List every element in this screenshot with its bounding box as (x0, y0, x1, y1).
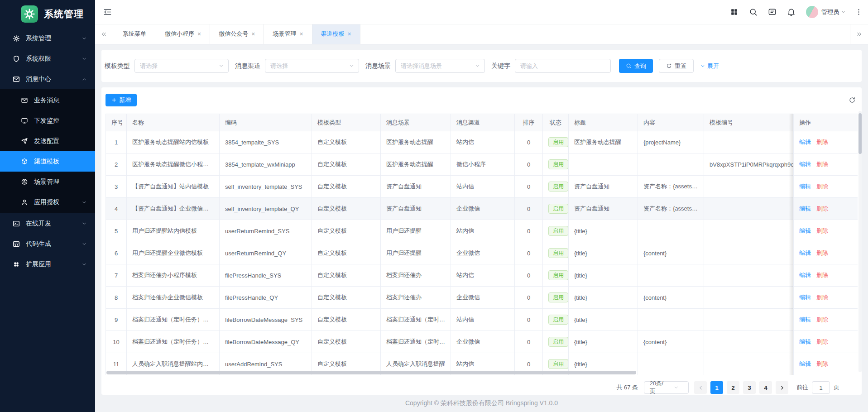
delete-link[interactable]: 删除 (816, 316, 828, 323)
delete-link[interactable]: 删除 (816, 338, 828, 345)
sidebar: 系统管理 系统管理系统权限消息中心业务消息下发监控发送配置渠道模板场景管理应用授… (0, 0, 95, 412)
cell-status: 启用 (543, 264, 569, 287)
tabs-scroll-left[interactable] (95, 24, 113, 44)
cell-title: {title} (569, 331, 638, 353)
bell-icon[interactable] (787, 8, 796, 16)
tab-close-icon[interactable]: × (299, 31, 303, 37)
cell-template_no (704, 309, 794, 331)
delete-link[interactable]: 删除 (816, 360, 828, 367)
cell-name: 【资产自盘通知】企业微信模板 (127, 198, 220, 220)
edit-link[interactable]: 编辑 (799, 316, 811, 323)
table-row[interactable]: 2医护服务动态提醒微信小程序模板3854_template_wxMiniapp自… (106, 153, 858, 176)
tab-2[interactable]: 微信公众号× (210, 24, 264, 44)
sidebar-item-5[interactable]: 发送配置 (0, 131, 95, 151)
filter-label-template-type: 模板类型 (105, 62, 130, 70)
delete-link[interactable]: 删除 (816, 139, 828, 145)
sidebar-item-0[interactable]: 系统管理 (0, 28, 95, 48)
scene-icon (21, 178, 28, 185)
jump-page-input[interactable] (812, 381, 830, 394)
delete-link[interactable]: 删除 (816, 161, 828, 168)
sidebar-item-8[interactable]: 应用授权 (0, 192, 95, 212)
tab-0[interactable]: 系统菜单 (113, 24, 156, 44)
sidebar-item-6[interactable]: 渠道模板 (0, 151, 95, 172)
expand-link[interactable]: 展开 (700, 62, 719, 70)
page-button-3[interactable]: 3 (743, 381, 756, 394)
edit-link[interactable]: 编辑 (799, 294, 811, 301)
cell-actions: 编辑删除 (794, 153, 858, 176)
sidebar-item-11[interactable]: 扩展应用 (0, 254, 95, 274)
message-icon[interactable] (768, 8, 777, 16)
delete-link[interactable]: 删除 (816, 272, 828, 278)
search-button[interactable]: 查询 (619, 59, 653, 73)
cell-template_no (704, 176, 794, 198)
edit-link[interactable]: 编辑 (799, 360, 811, 367)
sidebar-item-4[interactable]: 下发监控 (0, 110, 95, 131)
search-icon[interactable] (749, 8, 758, 16)
sidebar-item-7[interactable]: 场景管理 (0, 172, 95, 192)
cell-code: self_inventory_template_SYS (220, 176, 312, 198)
user-menu[interactable]: 管理员 (821, 8, 846, 16)
table-row[interactable]: 9档案归还通知（定时任务）站内信模板fileBorrowDateMessage_… (106, 309, 858, 331)
table-row[interactable]: 5用户归还提醒站内信模板userReturnRemind_SYS自定义模板用户归… (106, 220, 858, 242)
apps-grid-icon[interactable] (730, 8, 739, 16)
add-button[interactable]: 新增 (106, 94, 137, 106)
cell-content (638, 309, 704, 331)
edit-link[interactable]: 编辑 (799, 205, 811, 212)
prev-page-button[interactable] (694, 381, 707, 394)
column-header-scene: 消息场景 (381, 114, 451, 131)
tab-1[interactable]: 微信小程序× (156, 24, 210, 44)
table-row[interactable]: 8档案归还催办企业微信模板filePressHandle_QY自定义模板档案归还… (106, 287, 858, 309)
edit-link[interactable]: 编辑 (799, 139, 811, 145)
cell-content: 资产名称：{assetsName} (638, 176, 704, 198)
delete-link[interactable]: 删除 (816, 249, 828, 256)
vertical-scrollbar[interactable] (858, 113, 862, 154)
edit-link[interactable]: 编辑 (799, 338, 811, 345)
sidebar-item-9[interactable]: 在线开发 (0, 213, 95, 234)
tab-close-icon[interactable]: × (197, 31, 201, 37)
reset-button[interactable]: 重置 (659, 59, 694, 73)
sidebar-item-3[interactable]: 业务消息 (0, 90, 95, 110)
sidebar-collapse-icon[interactable] (103, 8, 112, 16)
tab-close-icon[interactable]: × (251, 31, 255, 37)
next-page-button[interactable] (776, 381, 788, 394)
tab-close-icon[interactable]: × (348, 31, 351, 37)
delete-link[interactable]: 删除 (816, 205, 828, 212)
edit-link[interactable]: 编辑 (799, 227, 811, 234)
sidebar-item-2[interactable]: 消息中心 (0, 69, 95, 89)
table-row[interactable]: 7档案归还催办小程序模板filePressHandle_SYS自定义模板档案归还… (106, 264, 858, 287)
more-dots-icon[interactable] (855, 8, 863, 16)
column-header-no: 序号 (106, 114, 127, 131)
template-type-select[interactable]: 请选择 (134, 59, 229, 73)
column-header-code: 编码 (220, 114, 312, 131)
edit-link[interactable]: 编辑 (799, 161, 811, 168)
avatar[interactable] (806, 6, 818, 18)
status-badge: 启用 (548, 292, 568, 302)
edit-link[interactable]: 编辑 (799, 249, 811, 256)
sidebar-item-10[interactable]: 代码生成 (0, 234, 95, 254)
delete-link[interactable]: 删除 (816, 183, 828, 190)
delete-link[interactable]: 删除 (816, 227, 828, 234)
tab-4[interactable]: 渠道模板× (312, 24, 360, 44)
page-button-4[interactable]: 4 (759, 381, 772, 394)
table-row[interactable]: 6用户归还提醒企业微信模板userReturnRemind_QY自定义模板用户归… (106, 242, 858, 264)
page-size-select[interactable]: 20条/页 (644, 381, 689, 394)
table-row[interactable]: 4【资产自盘通知】企业微信模板self_inventory_template_Q… (106, 198, 858, 220)
page-button-2[interactable]: 2 (727, 381, 739, 394)
refresh-table-icon[interactable] (849, 96, 856, 104)
keyword-input[interactable]: 请输入 (515, 59, 611, 73)
table-row[interactable]: 1医护服务动态提醒站内信模板3854_tempalte_SYS自定义模板医护服务… (106, 131, 858, 153)
delete-link[interactable]: 删除 (816, 294, 828, 301)
table-row[interactable]: 3【资产自盘通知】站内信模板self_inventory_template_SY… (106, 176, 858, 198)
edit-link[interactable]: 编辑 (799, 272, 811, 278)
edit-link[interactable]: 编辑 (799, 183, 811, 190)
sidebar-item-1[interactable]: 系统权限 (0, 48, 95, 69)
message-channel-select[interactable]: 请选择 (265, 59, 359, 73)
horizontal-scrollbar[interactable] (106, 371, 636, 374)
tab-3[interactable]: 场景管理× (264, 24, 312, 44)
message-scene-select[interactable]: 请选择消息场景 (395, 59, 485, 73)
table-row[interactable]: 10档案归还通知（定时任务）企业微信模板fileBorrowDateMessag… (106, 331, 858, 353)
cell-code: filePressHandle_QY (220, 287, 312, 309)
tabs-scroll-right[interactable] (850, 24, 868, 44)
page-button-1[interactable]: 1 (710, 381, 723, 394)
column-header-template_no: 模板编号 (704, 114, 794, 131)
